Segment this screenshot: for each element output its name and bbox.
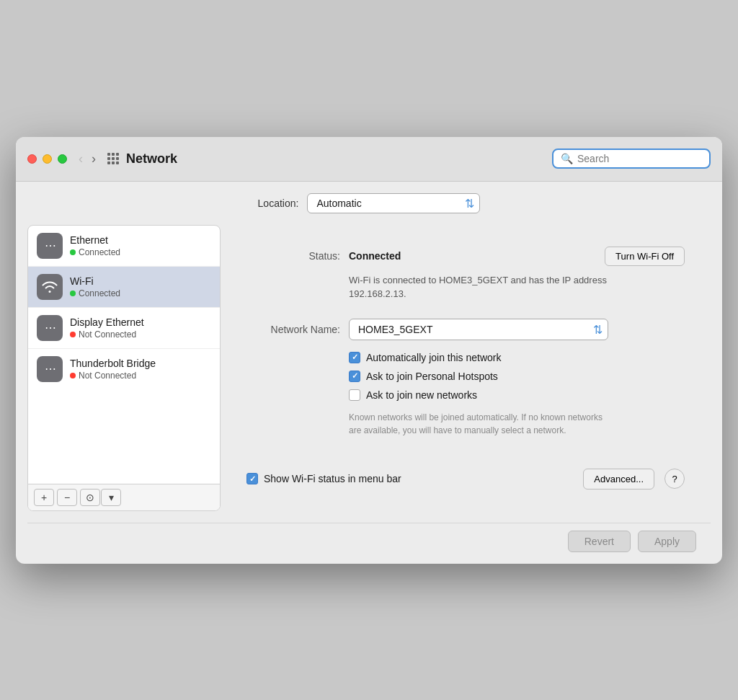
checkbox-new-networks[interactable]: Ask to join new networks bbox=[349, 389, 685, 401]
display-ethernet-status-text: Not Connected bbox=[79, 329, 136, 340]
thunderbolt-status: Not Connected bbox=[70, 371, 156, 381]
personal-hotspot-label: Ask to join Personal Hotspots bbox=[366, 371, 498, 382]
thunderbolt-icon: ⋯ bbox=[37, 356, 63, 382]
sidebar-items: ⋯ Ethernet Connected bbox=[28, 226, 220, 484]
thunderbolt-name: Thunderbolt Bridge bbox=[70, 358, 156, 369]
display-ethernet-status: Not Connected bbox=[70, 329, 144, 340]
gear-chevron-button[interactable]: ▾ bbox=[101, 489, 121, 506]
sidebar-toolbar: + − ⊙ ▾ bbox=[28, 484, 220, 510]
network-name-select[interactable]: HOME3_5GEXT bbox=[349, 319, 608, 340]
titlebar: ‹ › Network 🔍 bbox=[16, 137, 722, 182]
wifi-status: Connected bbox=[70, 288, 120, 298]
window-title: Network bbox=[126, 151, 552, 167]
display-ethernet-status-dot bbox=[70, 332, 76, 337]
thunderbolt-status-dot bbox=[70, 373, 76, 378]
sidebar-item-display-ethernet[interactable]: ⋯ Display Ethernet Not Connected bbox=[28, 308, 220, 349]
close-button[interactable] bbox=[27, 154, 37, 164]
status-description: Wi-Fi is connected to HOME3_5GEXT and ha… bbox=[349, 273, 623, 301]
minimize-button[interactable] bbox=[43, 154, 52, 164]
sidebar-item-ethernet[interactable]: ⋯ Ethernet Connected bbox=[28, 226, 220, 267]
help-button[interactable]: ? bbox=[664, 469, 685, 489]
remove-network-button[interactable]: − bbox=[57, 489, 77, 506]
ethernet-status-text: Connected bbox=[79, 247, 120, 257]
advanced-button[interactable]: Advanced... bbox=[583, 469, 654, 489]
sidebar: ⋯ Ethernet Connected bbox=[27, 225, 221, 511]
show-wifi-label: Show Wi-Fi status in menu bar bbox=[264, 473, 401, 484]
nav-buttons: ‹ › bbox=[76, 150, 99, 168]
display-ethernet-name: Display Ethernet bbox=[70, 316, 144, 328]
new-networks-checkbox[interactable] bbox=[349, 389, 360, 401]
detail-panel: Status: Connected Turn Wi-Fi Off Wi-Fi i… bbox=[221, 225, 711, 511]
checkbox-auto-join[interactable]: Automatically join this network bbox=[349, 352, 685, 363]
wifi-name: Wi-Fi bbox=[70, 275, 120, 287]
network-name-label: Network Name: bbox=[246, 324, 340, 335]
back-button[interactable]: ‹ bbox=[76, 150, 86, 168]
window-footer: Revert Apply bbox=[27, 523, 711, 564]
gear-dropdown[interactable]: ⊙ ▾ bbox=[80, 489, 121, 506]
personal-hotspot-checkbox[interactable] bbox=[349, 371, 360, 382]
search-input[interactable] bbox=[577, 153, 702, 164]
status-label: Status: bbox=[246, 250, 340, 262]
system-preferences-window: ‹ › Network 🔍 Location: Automatic Edit L… bbox=[16, 137, 722, 564]
show-wifi-checkbox[interactable] bbox=[246, 473, 258, 484]
location-bar: Location: Automatic Edit Locations... ⇅ bbox=[16, 182, 722, 225]
location-label: Location: bbox=[258, 198, 299, 209]
location-select[interactable]: Automatic Edit Locations... bbox=[307, 193, 480, 213]
gear-button[interactable]: ⊙ bbox=[80, 489, 100, 506]
forward-button[interactable]: › bbox=[89, 150, 99, 168]
checkboxes: Automatically join this network Ask to j… bbox=[349, 352, 685, 401]
wifi-icon bbox=[37, 274, 63, 300]
traffic-lights bbox=[27, 154, 67, 164]
wifi-status-dot bbox=[70, 291, 76, 296]
sidebar-item-wifi[interactable]: Wi-Fi Connected bbox=[28, 267, 220, 308]
maximize-button[interactable] bbox=[58, 154, 67, 164]
status-row: Status: Connected Turn Wi-Fi Off bbox=[246, 247, 685, 266]
ethernet-icon: ⋯ bbox=[37, 233, 63, 259]
add-network-button[interactable]: + bbox=[34, 489, 54, 506]
thunderbolt-status-text: Not Connected bbox=[79, 371, 136, 381]
turn-wifi-button[interactable]: Turn Wi-Fi Off bbox=[605, 247, 685, 266]
search-box[interactable]: 🔍 bbox=[552, 149, 711, 169]
network-name-row: Network Name: HOME3_5GEXT ⇅ bbox=[246, 319, 685, 340]
ethernet-name: Ethernet bbox=[70, 234, 120, 246]
auto-join-checkbox[interactable] bbox=[349, 352, 360, 363]
checkbox-personal-hotspot[interactable]: Ask to join Personal Hotspots bbox=[349, 371, 685, 382]
status-value: Connected bbox=[349, 250, 605, 262]
new-networks-label: Ask to join new networks bbox=[366, 389, 477, 401]
search-icon: 🔍 bbox=[561, 153, 573, 164]
main-content: ⋯ Ethernet Connected bbox=[27, 225, 711, 511]
auto-join-label: Automatically join this network bbox=[366, 352, 502, 363]
ethernet-status: Connected bbox=[70, 247, 120, 257]
revert-button[interactable]: Revert bbox=[568, 531, 631, 552]
apply-button[interactable]: Apply bbox=[638, 531, 696, 552]
location-select-wrap: Automatic Edit Locations... ⇅ bbox=[307, 193, 480, 213]
sidebar-item-thunderbolt[interactable]: ⋯ Thunderbolt Bridge Not Connected bbox=[28, 349, 220, 389]
wifi-status-text: Connected bbox=[79, 288, 120, 298]
show-wifi-row: Show Wi-Fi status in menu bar bbox=[246, 473, 401, 484]
ethernet-status-dot bbox=[70, 249, 76, 255]
checkbox-hint: Known networks will be joined automatica… bbox=[349, 411, 615, 437]
display-ethernet-icon: ⋯ bbox=[37, 315, 63, 341]
network-name-select-wrap: HOME3_5GEXT ⇅ bbox=[349, 319, 608, 340]
bottom-bar: Show Wi-Fi status in menu bar Advanced..… bbox=[246, 454, 685, 489]
grid-icon[interactable] bbox=[107, 153, 119, 164]
